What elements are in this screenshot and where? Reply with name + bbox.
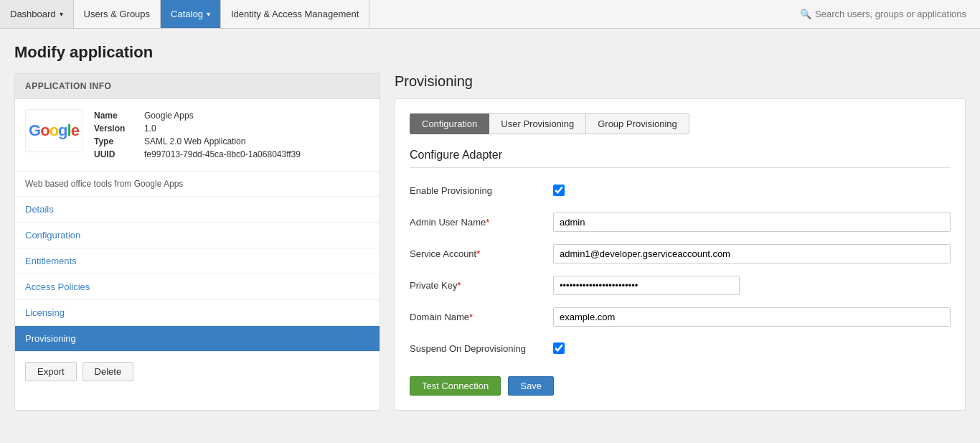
suspend-deprovisioning-label: Suspend On Deprovisioning — [410, 343, 553, 354]
enable-provisioning-row: Enable Provisioning — [410, 179, 951, 201]
enable-provisioning-label: Enable Provisioning — [410, 185, 553, 196]
search-icon: 🔍 — [800, 9, 811, 19]
name-label: Name — [94, 109, 144, 122]
app-logo: Google — [25, 109, 83, 152]
nav-dropdown-arrow-catalog: ▾ — [207, 10, 210, 18]
save-button[interactable]: Save — [508, 376, 554, 396]
top-navigation: Dashboard ▾ Users & Groups Catalog ▾ Ide… — [0, 0, 980, 29]
app-info-content: Google Name Google Apps Version 1.0 — [15, 99, 380, 172]
service-required-star: * — [476, 248, 480, 259]
page-content: Modify application APPLICATION INFO Goog… — [0, 29, 980, 425]
nav-item-catalog[interactable]: Catalog ▾ — [161, 0, 221, 28]
sidebar-item-provisioning[interactable]: Provisioning — [15, 326, 380, 352]
app-description: Web based office tools from Google Apps — [15, 172, 380, 197]
suspend-deprovisioning-checkbox[interactable] — [553, 342, 565, 354]
test-connection-button[interactable]: Test Connection — [410, 376, 501, 396]
domain-name-label: Domain Name* — [410, 312, 553, 322]
nav-item-iam[interactable]: Identity & Access Management — [221, 0, 369, 28]
nav-item-users-groups[interactable]: Users & Groups — [74, 0, 161, 28]
configure-divider — [410, 167, 951, 168]
name-value: Google Apps — [144, 109, 369, 122]
tabs-bar: Configuration User Provisioning Group Pr… — [410, 113, 951, 134]
domain-name-input[interactable] — [553, 307, 951, 327]
domain-required-star: * — [469, 312, 473, 322]
tab-configuration[interactable]: Configuration — [410, 113, 489, 134]
uuid-label: UUID — [94, 148, 144, 161]
nav-label-dashboard: Dashboard — [10, 9, 56, 19]
domain-name-row: Domain Name* — [410, 306, 951, 327]
version-label: Version — [94, 122, 144, 135]
action-buttons: Test Connection Save — [410, 376, 951, 396]
private-key-label: Private Key* — [410, 280, 553, 291]
admin-user-name-label: Admin User Name* — [410, 217, 553, 228]
sidebar-item-access-policies[interactable]: Access Policies — [15, 274, 380, 300]
uuid-value: fe997013-79dd-45ca-8bc0-1a068043ff39 — [144, 148, 369, 161]
sidebar-item-licensing[interactable]: Licensing — [15, 300, 380, 326]
sidebar-item-entitlements[interactable]: Entitlements — [15, 248, 380, 274]
page-title: Modify application — [14, 43, 966, 62]
bottom-buttons: Export Delete — [15, 352, 380, 391]
nav-item-dashboard[interactable]: Dashboard ▾ — [0, 0, 74, 28]
admin-required-star: * — [486, 217, 489, 228]
service-account-label: Service Account* — [410, 248, 553, 259]
app-details-table: Name Google Apps Version 1.0 Type SAML 2… — [94, 109, 369, 161]
admin-user-name-row: Admin User Name* — [410, 211, 951, 233]
type-label: Type — [94, 135, 144, 148]
nav-dropdown-arrow-dashboard: ▾ — [60, 10, 63, 18]
nav-label-iam: Identity & Access Management — [231, 9, 359, 19]
configure-adapter-title: Configure Adapter — [410, 149, 951, 162]
nav-label-users-groups: Users & Groups — [84, 9, 150, 19]
main-layout: APPLICATION INFO Google Name Google Apps — [14, 73, 966, 411]
nav-label-catalog: Catalog — [171, 9, 203, 19]
service-account-row: Service Account* — [410, 243, 951, 264]
enable-provisioning-checkbox[interactable] — [553, 185, 565, 196]
search-bar: 🔍 — [800, 9, 980, 19]
google-logo: Google — [29, 121, 79, 140]
app-info-header: APPLICATION INFO — [15, 74, 380, 99]
sidebar-item-configuration[interactable]: Configuration — [15, 223, 380, 248]
export-button[interactable]: Export — [25, 362, 77, 381]
service-account-input[interactable] — [553, 244, 951, 264]
private-key-required-star: * — [457, 280, 461, 291]
right-panel: Provisioning Configuration User Provisio… — [380, 73, 966, 411]
suspend-deprovisioning-row: Suspend On Deprovisioning — [410, 337, 951, 359]
tab-group-provisioning[interactable]: Group Provisioning — [585, 113, 689, 134]
type-value: SAML 2.0 Web Application — [144, 135, 369, 148]
tab-user-provisioning[interactable]: User Provisioning — [489, 113, 586, 134]
right-panel-inner: Configuration User Provisioning Group Pr… — [395, 98, 966, 411]
sidebar-item-details[interactable]: Details — [15, 197, 380, 223]
delete-button[interactable]: Delete — [83, 362, 134, 381]
admin-user-name-input[interactable] — [553, 213, 951, 232]
private-key-input[interactable] — [553, 276, 740, 295]
provisioning-title: Provisioning — [395, 73, 966, 90]
version-value: 1.0 — [144, 122, 369, 135]
private-key-row: Private Key* — [410, 274, 951, 296]
search-input[interactable] — [815, 9, 973, 19]
left-panel: APPLICATION INFO Google Name Google Apps — [14, 73, 380, 411]
